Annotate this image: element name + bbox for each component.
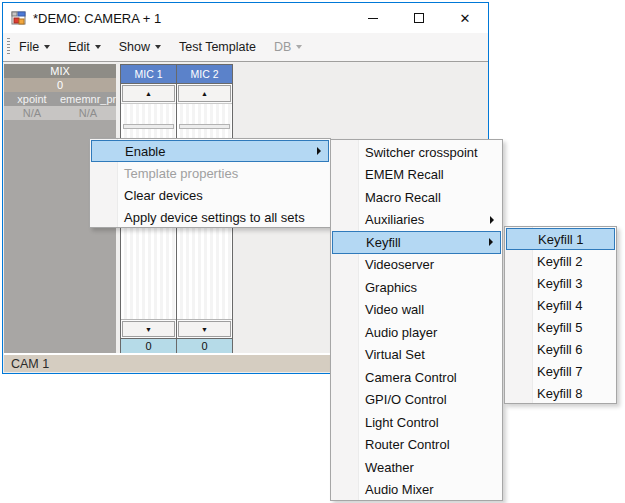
- menu-item-gpio-control[interactable]: GPI/O Control: [332, 389, 501, 412]
- menu-item-keyfill-5[interactable]: Keyfill 5: [506, 316, 615, 338]
- menu-item-audio-player[interactable]: Audio player: [332, 321, 501, 344]
- menu-item-graphics[interactable]: Graphics: [332, 276, 501, 299]
- up-arrow-icon: ▲: [145, 90, 152, 97]
- menu-item-keyfill-6[interactable]: Keyfill 6: [506, 338, 615, 360]
- menu-item-keyfill-2[interactable]: Keyfill 2: [506, 250, 615, 272]
- maximize-button[interactable]: [396, 3, 442, 33]
- menu-item-clear-devices[interactable]: Clear devices: [91, 184, 329, 206]
- menu-item-video-wall[interactable]: Video wall: [332, 299, 501, 322]
- channel-value: 0: [177, 338, 232, 353]
- app-icon: [11, 10, 27, 26]
- menu-item-enable[interactable]: Enable: [91, 140, 329, 162]
- menu-item-auxiliaries[interactable]: Auxiliaries: [332, 209, 501, 232]
- device-panel-mix-header: MIX: [4, 64, 116, 78]
- menu-item-apply-device-settings[interactable]: Apply device settings to all sets: [91, 206, 329, 228]
- title-bar[interactable]: *DEMO: CAMERA + 1 ✕: [3, 3, 488, 33]
- down-arrow-icon: ▼: [145, 326, 152, 333]
- menubar-file[interactable]: File: [10, 36, 59, 58]
- dropdown-arrow-icon: [95, 45, 101, 49]
- enable-submenu: Switcher crosspoint EMEM Recall Macro Re…: [330, 139, 503, 501]
- submenu-arrow-icon: [317, 147, 321, 155]
- xpoint-value: N/A: [4, 106, 60, 120]
- close-icon: ✕: [460, 11, 471, 26]
- context-menu: Enable Template properties Clear devices…: [89, 138, 331, 228]
- menu-item-light-control[interactable]: Light Control: [332, 411, 501, 434]
- status-text: CAM 1: [4, 357, 49, 371]
- screenshot-stage: *DEMO: CAMERA + 1 ✕ File Edit: [0, 0, 625, 503]
- xpoint-label: xpoint: [4, 92, 60, 106]
- dropdown-arrow-icon: [296, 45, 302, 49]
- menu-item-router-control[interactable]: Router Control: [332, 434, 501, 457]
- fader-handle[interactable]: [123, 124, 174, 129]
- menu-item-audio-mixer[interactable]: Audio Mixer: [332, 479, 501, 502]
- ememnr-label: ememnr_pr: [60, 92, 116, 106]
- menubar-db: DB: [265, 36, 311, 58]
- keyfill-submenu: Keyfill 1 Keyfill 2 Keyfill 3 Keyfill 4 …: [504, 226, 617, 404]
- fader-up-button[interactable]: ▲: [122, 85, 175, 102]
- submenu-arrow-icon: [489, 238, 493, 246]
- window-controls: ✕: [350, 3, 488, 33]
- dropdown-arrow-icon: [44, 45, 50, 49]
- fader-handle[interactable]: [179, 124, 230, 129]
- menu-item-keyfill-1[interactable]: Keyfill 1: [506, 228, 615, 250]
- up-arrow-icon: ▲: [201, 90, 208, 97]
- menubar-edit[interactable]: Edit: [59, 36, 110, 58]
- channel-header: MIC 2: [177, 65, 232, 84]
- window-title: *DEMO: CAMERA + 1: [33, 11, 161, 26]
- ememnr-value: N/A: [60, 106, 116, 120]
- fader-down-button[interactable]: ▼: [122, 321, 175, 337]
- fader-up-button[interactable]: ▲: [178, 85, 231, 102]
- menubar-show[interactable]: Show: [110, 36, 170, 58]
- menu-item-videoserver[interactable]: Videoserver: [332, 254, 501, 277]
- menu-item-emem-recall[interactable]: EMEM Recall: [332, 164, 501, 187]
- device-panel-values: N/A N/A: [4, 106, 116, 120]
- menubar-test-template[interactable]: Test Template: [170, 36, 265, 58]
- menu-item-virtual-set[interactable]: Virtual Set: [332, 344, 501, 367]
- channel-value: 0: [121, 338, 176, 353]
- minimize-icon: [368, 18, 378, 19]
- menu-bar: File Edit Show Test Template DB: [3, 33, 488, 62]
- submenu-arrow-icon: [490, 216, 494, 224]
- device-panel-column-headers: xpoint ememnr_pr: [4, 92, 116, 106]
- menu-item-keyfill[interactable]: Keyfill: [332, 231, 501, 254]
- menu-item-template-properties: Template properties: [91, 162, 329, 184]
- channel-header: MIC 1: [121, 65, 176, 84]
- menu-item-keyfill-8[interactable]: Keyfill 8: [506, 382, 615, 404]
- maximize-icon: [414, 13, 424, 23]
- close-button[interactable]: ✕: [442, 3, 488, 33]
- minimize-button[interactable]: [350, 3, 396, 33]
- menu-item-weather[interactable]: Weather: [332, 456, 501, 479]
- menu-item-keyfill-3[interactable]: Keyfill 3: [506, 272, 615, 294]
- menu-item-switcher-crosspoint[interactable]: Switcher crosspoint: [332, 141, 501, 164]
- menu-item-keyfill-7[interactable]: Keyfill 7: [506, 360, 615, 382]
- menu-item-keyfill-4[interactable]: Keyfill 4: [506, 294, 615, 316]
- fader-down-button[interactable]: ▼: [178, 321, 231, 337]
- menu-item-macro-recall[interactable]: Macro Recall: [332, 186, 501, 209]
- menu-item-camera-control[interactable]: Camera Control: [332, 366, 501, 389]
- dropdown-arrow-icon: [155, 45, 161, 49]
- device-panel-mix-value: 0: [4, 78, 116, 92]
- down-arrow-icon: ▼: [201, 326, 208, 333]
